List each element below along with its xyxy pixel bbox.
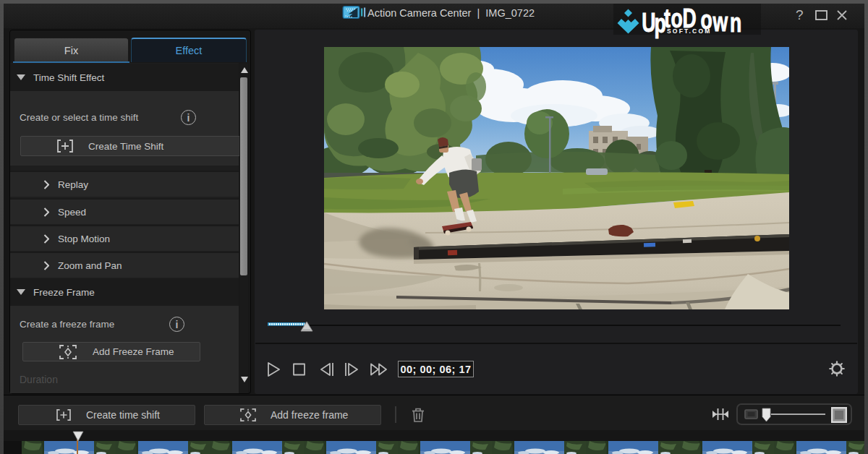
svg-text:U: U bbox=[642, 8, 655, 38]
svg-text:w: w bbox=[712, 7, 728, 37]
svg-text:n: n bbox=[730, 8, 741, 38]
svg-text:SOFT.COM: SOFT.COM bbox=[667, 27, 712, 35]
svg-text:?: ? bbox=[796, 7, 804, 22]
